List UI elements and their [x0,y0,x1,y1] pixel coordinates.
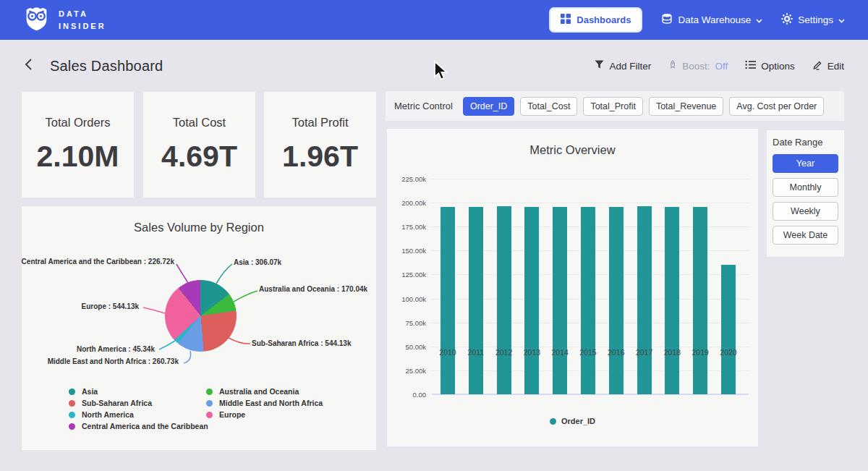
legend-dot [69,400,75,407]
bar-2018[interactable] [665,207,679,394]
y-axis-tick: 100.00k [388,295,426,303]
legend-dot [206,412,213,418]
x-axis-label: 2019 [686,348,715,357]
leader-line [216,264,232,284]
page-header: Sales Dashboard Add Filter Boost: Off [0,51,868,81]
bar-chart-title: Metric Overview [387,143,758,157]
gridline [432,179,749,179]
legend-label: Middle East and North Africa [219,399,323,407]
options-button[interactable]: Options [745,60,795,72]
bar-chart-legend: Order_ID [387,417,758,425]
pie-chart[interactable] [165,280,237,352]
kpi-label: Total Orders [46,116,111,130]
settings-menu[interactable]: Settings [781,13,845,27]
bar-2010[interactable] [441,207,455,394]
legend-label: Australia and Oceania [219,387,299,396]
pie-label-australia-and-oceania: Australia and Oceania : 170.04k [259,285,367,293]
metric-button-total-cost[interactable]: Total_Cost [520,97,577,116]
dashboards-label: Dashboards [576,14,631,25]
gear-icon [781,13,793,27]
x-axis-label: 2013 [517,348,546,357]
kpi-value: 1.96T [282,140,358,174]
data-warehouse-menu[interactable]: Data Warehouse [661,13,762,27]
metric-button-order-id[interactable]: Order_ID [463,97,514,116]
x-axis-label: 2016 [602,348,631,357]
pie-legend-item-central-america-and-the-caribbean[interactable]: Central America and the Caribbean [69,420,208,432]
date-range-buttons: YearMonthlyWeeklyWeek Date [773,154,838,250]
boost-toggle[interactable]: Boost: Off [668,60,728,72]
pie-legend-item-sub-saharan-africa[interactable]: Sub-Saharan Africa [69,397,208,409]
pie-legend-item-middle-east-and-north-africa[interactable]: Middle East and North Africa [206,397,323,409]
legend-dot [69,423,75,430]
bar-2016[interactable] [609,207,624,394]
date-range-panel: Date Range YearMonthlyWeeklyWeek Date [767,130,844,257]
filter-funnel-icon [595,60,604,72]
legend-label: Sub-Saharan Africa [82,399,152,407]
legend-label: North America [82,410,134,419]
date-button-monthly[interactable]: Monthly [773,178,838,197]
metric-button-avg-cost-per-order[interactable]: Avg. Cost per Order [729,97,824,116]
pie-label-asia: Asia : 306.07k [234,258,281,266]
bar-2011[interactable] [469,207,483,394]
gridline [432,203,749,203]
pie-label-sub-saharan-africa: Sub-Saharan Africa : 544.13k [252,339,351,347]
metric-button-total-revenue[interactable]: Total_Revenue [649,97,723,116]
leader-line [184,351,191,363]
x-axis-label: 2020 [714,348,743,357]
dashboard-page: DATA INSIDER Dashboards [0,0,868,471]
date-range-label: Date Range [773,137,838,148]
date-button-year[interactable]: Year [773,154,838,173]
pie-legend-item-asia[interactable]: Asia [69,386,208,397]
legend-label: Asia [82,387,98,396]
legend-label: Order_ID [561,417,595,425]
bar-2020[interactable] [721,265,736,394]
kpi-card-total-cost: Total Cost4.69T [143,92,255,198]
back-button[interactable] [24,58,33,74]
legend-label: Central America and the Caribbean [82,422,208,430]
y-axis-tick: 200.00k [388,199,426,207]
y-axis-tick: 0.00 [388,391,426,399]
bar-2013[interactable] [524,207,539,394]
y-axis-tick: 25.00k [388,367,426,375]
y-axis-tick: 225.00k [388,175,426,183]
pie-label-europe: Europe : 544.13k [82,302,139,310]
legend-dot [206,400,213,407]
pie-legend-item-australia-and-oceania[interactable]: Australia and Oceania [206,386,323,397]
date-button-weekly[interactable]: Weekly [773,202,838,221]
legend-dot [206,389,213,395]
x-axis-label: 2015 [574,348,603,357]
bar-2014[interactable] [553,207,567,394]
x-axis-label: 2011 [461,348,490,357]
bar-plot-area: 0.0025.00k50.00k75.00k100.00k125.00k150.… [432,179,749,394]
edit-button[interactable]: Edit [812,60,844,72]
kpi-label: Total Cost [173,116,226,130]
dashboards-button[interactable]: Dashboards [549,7,642,33]
pie-label-north-america: North America : 45.34k [77,345,155,353]
pie-label-middle-east-and-north-africa: Middle East and North Africa : 260.73k [48,357,179,365]
date-button-week-date[interactable]: Week Date [773,226,838,245]
legend-label: Europe [219,410,245,419]
pie-legend-item-north-america[interactable]: North America [69,409,208,420]
brand-text: DATA INSIDER [59,8,106,32]
y-axis-tick: 125.00k [388,271,426,279]
x-axis-label: 2014 [545,348,574,357]
bar-2015[interactable] [581,207,595,394]
metric-control-label: Metric Control [394,101,453,111]
kpi-card-total-orders: Total Orders2.10M [22,92,134,198]
pie-legend-item-europe[interactable]: Europe [206,409,323,420]
kpi-value: 2.10M [37,140,119,174]
y-axis-tick: 150.00k [388,247,426,255]
bar-2017[interactable] [637,206,652,394]
data-warehouse-label: Data Warehouse [678,14,751,25]
add-filter-button[interactable]: Add Filter [595,60,651,72]
options-list-icon [745,60,756,72]
settings-label: Settings [798,14,833,25]
brand[interactable]: DATA INSIDER [23,5,106,35]
kpi-label: Total Profit [292,116,349,130]
leader-line [176,264,188,283]
bar-2012[interactable] [497,206,511,394]
metric-button-total-profit[interactable]: Total_Profit [583,97,643,116]
page-title: Sales Dashboard [50,58,163,75]
bar-2019[interactable] [693,207,707,394]
y-axis-tick: 75.00k [388,319,426,327]
